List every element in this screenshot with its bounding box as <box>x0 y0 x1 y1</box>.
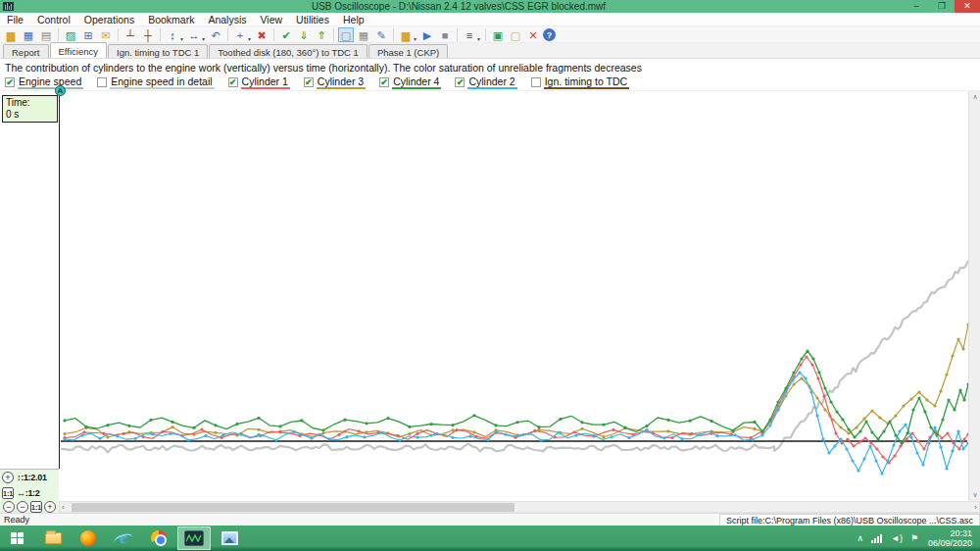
legend-engine-speed-detail[interactable]: Engine speed in detail <box>97 75 214 89</box>
add-pointer-icon[interactable]: + <box>232 27 248 42</box>
tab-efficiency[interactable]: Efficiency <box>50 42 107 58</box>
checkbox-cylinder-4[interactable]: ✔ <box>379 77 389 87</box>
toolbar-separator <box>160 28 161 41</box>
time-cursor-label: Time: 0 s <box>2 95 58 123</box>
chrome[interactable] <box>142 526 175 550</box>
firefox[interactable] <box>72 526 105 550</box>
tab-bar: ReportEfficiencyIgn. timing to TDC 1Toot… <box>0 43 980 59</box>
minimize-button[interactable]: – <box>904 0 929 13</box>
legend-engine-speed[interactable]: ✔Engine speed <box>5 75 83 89</box>
menu-item-utilities[interactable]: Utilities <box>289 14 336 25</box>
remove-pointer-icon[interactable]: ✖ <box>254 27 270 42</box>
scroll-down-icon[interactable]: ∨ <box>969 491 980 499</box>
scale-vertical-icon[interactable]: ↕ <box>165 27 180 42</box>
checkbox-engine-speed[interactable]: ✔ <box>5 77 15 87</box>
accept-prev-icon[interactable]: ⇑ <box>314 27 329 42</box>
accept-icon[interactable]: ✔ <box>278 27 294 42</box>
help-icon[interactable]: ? <box>543 28 556 41</box>
zoom-in-vertical-button[interactable]: + <box>2 472 14 483</box>
bottom-scroll-row: −−1:1+ ‹ › <box>0 501 980 513</box>
scroll-up-icon[interactable]: ∧ <box>969 93 980 101</box>
menu-item-analysis[interactable]: Analysis <box>201 14 253 25</box>
legend-row: ✔Engine speedEngine speed in detail✔Cyli… <box>0 75 980 91</box>
vertical-marker-icon[interactable]: ┴ <box>122 27 138 42</box>
photos-icon <box>221 531 238 545</box>
comment-icon[interactable]: ✎ <box>373 27 389 42</box>
send-image-icon[interactable]: ✉ <box>98 27 114 42</box>
image-gallery-icon[interactable]: ▣ <box>490 27 506 42</box>
marker-a-badge[interactable]: A <box>55 85 66 96</box>
file-explorer[interactable] <box>36 526 70 550</box>
vertical-scrollbar[interactable]: ∧ ∨ <box>968 91 980 501</box>
report-page-icon[interactable]: ▢ <box>338 27 354 42</box>
table-view-icon[interactable]: ▦ <box>356 27 371 42</box>
tab-phase-1-ckp[interactable]: Phase 1 (CKP) <box>368 44 448 58</box>
save-file-icon[interactable]: ▦ <box>21 27 36 42</box>
scroll-right-icon[interactable]: › <box>974 503 977 512</box>
new-report-icon[interactable]: ▢ <box>508 27 523 42</box>
zoom-in-button[interactable]: + <box>44 501 56 513</box>
usb-oscilloscope-window: USB Oscilloscope - D:\Nissan 2.4 12 valv… <box>0 0 980 551</box>
horizontal-scroll-thumb[interactable] <box>72 503 514 512</box>
menu-item-help[interactable]: Help <box>336 14 371 25</box>
undo-icon[interactable]: ↶ <box>208 27 223 42</box>
menu-item-operations[interactable]: Operations <box>77 14 141 25</box>
run-script-icon[interactable]: ▶ <box>419 27 435 42</box>
open-file-icon[interactable]: ▆ <box>3 27 19 42</box>
toolbar-separator <box>118 28 119 41</box>
zoom-out-vertical-button[interactable]: − <box>3 501 15 513</box>
scale-horizontal-icon[interactable]: ↔ <box>186 27 202 42</box>
maximize-button[interactable]: ❐ <box>929 0 955 13</box>
menu-item-file[interactable]: File <box>0 14 30 25</box>
checkbox-ign-timing[interactable] <box>531 77 541 87</box>
chart-plot-area[interactable] <box>0 91 980 501</box>
tray-expand-icon[interactable]: ∧ <box>857 533 863 543</box>
usb-oscilloscope[interactable] <box>177 526 211 550</box>
tab-report[interactable]: Report <box>3 44 49 58</box>
time-cursor-line[interactable] <box>59 91 60 469</box>
one-to-one-vertical-button[interactable]: 1:1 <box>2 487 14 499</box>
menu-item-bookmark[interactable]: Bookmark <box>141 14 201 25</box>
clock[interactable]: 20:31 06/09/2020 <box>928 528 972 548</box>
chrome-icon <box>151 530 167 546</box>
display-mode-icon[interactable]: ≡ <box>462 27 477 42</box>
tab-toothed-disk-180-360-to-tdc-1[interactable]: Toothed disk (180, 360°) to TDC 1 <box>209 44 368 58</box>
menu-item-view[interactable]: View <box>254 14 290 25</box>
checkbox-cylinder-3[interactable]: ✔ <box>304 77 314 87</box>
horizontal-marker-icon[interactable]: ┼ <box>140 27 156 42</box>
scroll-left-icon[interactable]: ‹ <box>62 503 65 512</box>
legend-cylinder-4[interactable]: ✔Cylinder 4 <box>379 75 441 89</box>
open-script-icon[interactable]: ▆ <box>398 27 414 42</box>
checkbox-cylinder-1[interactable]: ✔ <box>228 77 238 87</box>
legend-cylinder-1[interactable]: ✔Cylinder 1 <box>228 75 290 89</box>
menu-item-control[interactable]: Control <box>30 14 77 25</box>
export-image-icon[interactable]: ▨ <box>63 27 78 42</box>
stop-script-icon[interactable]: ■ <box>437 27 453 42</box>
language-flag-icon[interactable]: ⚑ <box>910 533 918 543</box>
copy-image-icon[interactable]: ⊞ <box>80 27 96 42</box>
zoom-out-horizontal-button[interactable]: − <box>17 501 28 513</box>
photo-viewer[interactable] <box>213 526 246 550</box>
checkbox-cylinder-2[interactable]: ✔ <box>455 77 465 87</box>
clock-time: 20:31 <box>928 528 972 538</box>
toolbar-separator <box>333 28 334 41</box>
checkbox-engine-speed-detail[interactable] <box>97 77 107 87</box>
horizontal-scrollbar[interactable]: ‹ › <box>59 501 980 513</box>
close-report-icon[interactable]: ✕ <box>525 27 541 42</box>
legend-cylinder-3[interactable]: ✔Cylinder 3 <box>304 75 366 89</box>
legend-ign-timing[interactable]: Ign. timing to TDC <box>531 75 629 89</box>
internet-explorer-icon: e <box>115 530 132 546</box>
print-icon[interactable]: ▤ <box>38 27 54 42</box>
accept-next-icon[interactable]: ⇓ <box>296 27 312 42</box>
legend-cylinder-2[interactable]: ✔Cylinder 2 <box>455 75 516 89</box>
description-row: The contribution of cylinders to the eng… <box>0 59 980 75</box>
network-signal-icon[interactable] <box>871 533 883 543</box>
one-to-one-button[interactable]: 1:1 <box>30 501 42 513</box>
folder-icon <box>45 532 62 544</box>
toolbar-separator <box>457 28 458 41</box>
tab-ign-timing-to-tdc-1[interactable]: Ign. timing to TDC 1 <box>108 44 208 58</box>
internet-explorer[interactable]: e <box>107 526 140 550</box>
start-button[interactable] <box>1 526 34 550</box>
close-button[interactable]: ✕ <box>955 0 980 13</box>
volume-icon[interactable]: ◄) <box>891 533 903 543</box>
